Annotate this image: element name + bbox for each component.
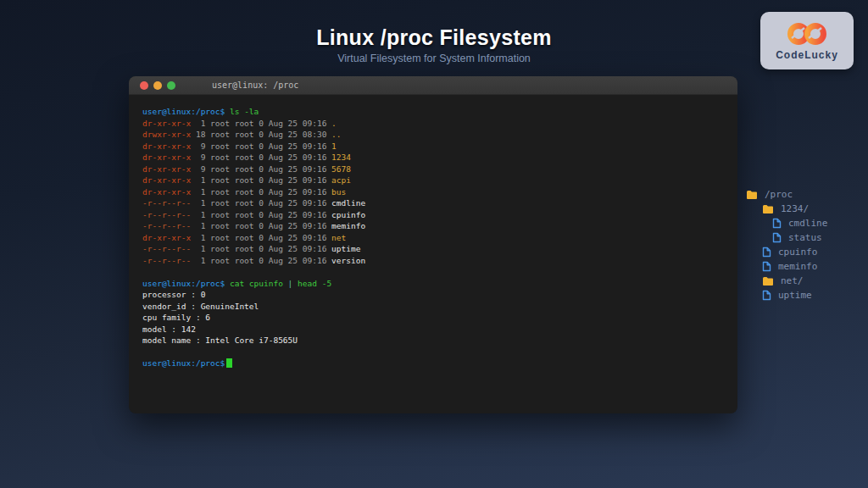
ls-row: -r--r--r-- 1 root root 0 Aug 25 09:16 me… xyxy=(142,220,724,232)
command-line-2: user@linux:/proc$ cat cpuinfo | head -5 xyxy=(142,278,724,290)
tree-item-cpuinfo: cpuinfo xyxy=(746,245,827,259)
file-icon xyxy=(762,247,771,258)
shell-prompt: user@linux:/proc$ xyxy=(142,358,225,368)
terminal-title: user@linux: /proc xyxy=(212,80,298,90)
minimize-button[interactable] xyxy=(153,81,162,90)
infinity-icon xyxy=(782,20,832,47)
folder-icon xyxy=(746,190,758,200)
window-controls xyxy=(140,81,175,90)
ls-row: drwxr-xr-x 18 root root 0 Aug 25 08:30 .… xyxy=(142,129,724,141)
ls-row: dr-xr-xr-x 1 root root 0 Aug 25 09:16 . xyxy=(142,118,724,130)
ls-row: -r--r--r-- 1 root root 0 Aug 25 09:16 cp… xyxy=(142,209,724,221)
command-text: ls -la xyxy=(230,107,259,116)
file-icon xyxy=(772,232,782,243)
ls-row: -r--r--r-- 1 root root 0 Aug 25 09:16 cm… xyxy=(142,197,724,209)
tree-item-net: net/ xyxy=(746,274,827,288)
proc-file-tree: /proc1234/cmdlinestatuscpuinfomeminfonet… xyxy=(746,187,827,302)
tree-item-uptime: uptime xyxy=(746,288,827,302)
file-icon xyxy=(762,290,771,301)
ls-row: dr-xr-xr-x 1 root root 0 Aug 25 09:16 ne… xyxy=(142,232,724,244)
command-text-2: cat cpuinfo | head -5 xyxy=(230,279,331,288)
shell-prompt: user@linux:/proc$ xyxy=(142,279,225,288)
tree-item-cmdline: cmdline xyxy=(746,216,827,230)
tree-item-label: 1234/ xyxy=(781,203,809,214)
brand-name: CodeLucky xyxy=(776,49,838,61)
terminal-titlebar: user@linux: /proc xyxy=(129,76,737,95)
tree-item-proc: /proc xyxy=(746,187,827,202)
shell-prompt: user@linux:/proc$ xyxy=(142,107,225,116)
tree-item-label: cpuinfo xyxy=(778,247,817,258)
terminal-cursor xyxy=(226,358,232,368)
cpuinfo-line: model : 142 xyxy=(142,324,724,336)
cpuinfo-line: model name : Intel Core i7-8565U xyxy=(142,335,724,347)
ls-output: dr-xr-xr-x 1 root root 0 Aug 25 09:16 .d… xyxy=(142,118,724,267)
ls-row: dr-xr-xr-x 9 root root 0 Aug 25 09:16 12… xyxy=(142,152,724,164)
cpuinfo-output: processor : 0vendor_id : GenuineIntelcpu… xyxy=(142,289,724,347)
ls-row: dr-xr-xr-x 9 root root 0 Aug 25 09:16 56… xyxy=(142,164,724,175)
prompt-line: user@linux:/proc$ xyxy=(142,358,724,369)
cpuinfo-line: vendor_id : GenuineIntel xyxy=(142,301,724,313)
tree-item-label: cmdline xyxy=(788,218,827,229)
terminal-window: user@linux: /proc user@linux:/proc$ ls -… xyxy=(129,76,737,413)
tree-item-1234: 1234/ xyxy=(746,202,827,216)
close-button[interactable] xyxy=(140,81,148,90)
cpuinfo-line: processor : 0 xyxy=(142,289,724,301)
folder-icon xyxy=(762,204,774,214)
cpuinfo-line: cpu family : 6 xyxy=(142,312,724,324)
page: Linux /proc Filesystem Virtual Filesyste… xyxy=(0,0,868,488)
command-line-1: user@linux:/proc$ ls -la xyxy=(142,106,724,118)
ls-row: dr-xr-xr-x 1 root root 0 Aug 25 09:16 ac… xyxy=(142,175,724,186)
tree-item-label: status xyxy=(788,232,822,243)
file-icon xyxy=(762,261,771,272)
tree-item-status: status xyxy=(746,230,827,245)
maximize-button[interactable] xyxy=(167,81,175,90)
ls-row: dr-xr-xr-x 1 root root 0 Aug 25 09:16 bu… xyxy=(142,186,724,198)
terminal-body[interactable]: user@linux:/proc$ ls -la dr-xr-xr-x 1 ro… xyxy=(129,95,737,380)
ls-row: -r--r--r-- 1 root root 0 Aug 25 09:16 up… xyxy=(142,243,724,255)
tree-item-label: meminfo xyxy=(778,261,817,272)
page-subtitle: Virtual Filesystem for System Informatio… xyxy=(0,53,868,64)
tree-item-meminfo: meminfo xyxy=(746,259,827,274)
ls-row: dr-xr-xr-x 9 root root 0 Aug 25 09:16 1 xyxy=(142,141,724,152)
file-icon xyxy=(772,218,782,229)
tree-item-label: net/ xyxy=(781,275,804,286)
page-title: Linux /proc Filesystem xyxy=(0,25,868,50)
tree-item-label: /proc xyxy=(765,189,793,200)
brand-logo: CodeLucky xyxy=(760,12,854,69)
ls-row: -r--r--r-- 1 root root 0 Aug 25 09:16 ve… xyxy=(142,255,724,267)
folder-icon xyxy=(762,276,774,286)
tree-item-label: uptime xyxy=(778,290,812,301)
